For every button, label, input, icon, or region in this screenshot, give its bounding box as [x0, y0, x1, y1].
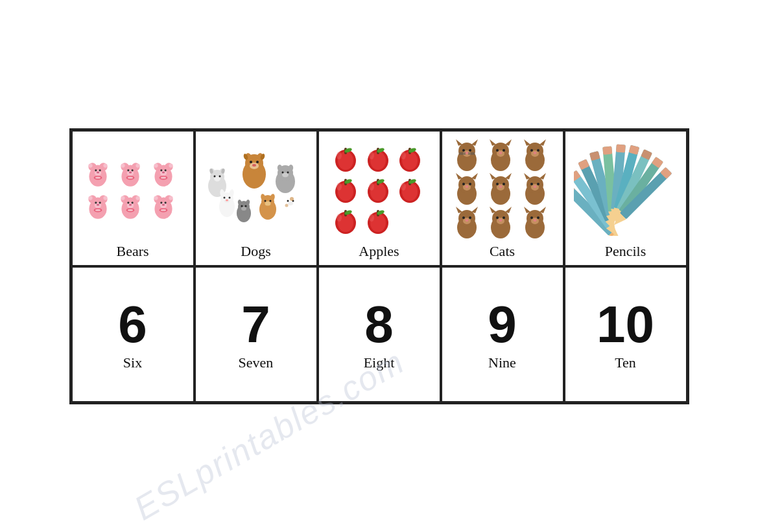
svg-point-144 [290, 197, 294, 201]
number-eight: 8 [364, 299, 394, 351]
card-pencils: Pencils [564, 130, 687, 266]
svg-rect-26 [125, 179, 129, 185]
pencils-label: Pencils [605, 243, 646, 260]
svg-point-85 [169, 196, 172, 200]
svg-rect-284 [602, 146, 612, 155]
svg-point-162 [369, 152, 374, 159]
svg-rect-43 [165, 179, 169, 185]
svg-point-218 [530, 149, 533, 152]
svg-point-8 [99, 169, 101, 171]
svg-point-267 [537, 216, 539, 219]
svg-point-259 [503, 216, 505, 219]
svg-marker-263 [524, 207, 530, 213]
svg-marker-208 [505, 139, 512, 146]
svg-marker-224 [471, 173, 478, 179]
svg-point-127 [224, 197, 226, 199]
svg-point-63 [95, 209, 100, 211]
word-six: Six [123, 354, 142, 371]
svg-point-219 [537, 149, 539, 152]
svg-rect-13 [102, 176, 106, 181]
svg-point-87 [160, 202, 162, 203]
svg-point-7 [95, 169, 97, 171]
svg-point-198 [462, 149, 465, 152]
number-nine: 9 [488, 299, 517, 351]
svg-point-21 [136, 163, 140, 167]
card-ten: 10 Ten [564, 266, 687, 402]
svg-point-37 [169, 163, 172, 167]
svg-point-111 [214, 176, 216, 178]
svg-point-9 [96, 171, 99, 173]
svg-point-228 [466, 185, 469, 188]
svg-point-102 [256, 161, 259, 163]
svg-point-226 [462, 183, 465, 185]
svg-rect-92 [155, 209, 158, 213]
svg-point-24 [132, 169, 134, 171]
svg-point-4 [88, 163, 92, 167]
svg-point-141 [288, 202, 293, 205]
svg-point-242 [530, 183, 533, 185]
svg-point-134 [265, 202, 271, 206]
svg-point-266 [530, 216, 533, 219]
svg-point-95 [161, 209, 166, 211]
svg-point-41 [162, 171, 165, 173]
svg-point-157 [337, 152, 342, 159]
svg-point-136 [270, 200, 272, 202]
svg-point-5 [103, 163, 107, 167]
svg-point-251 [469, 216, 471, 219]
svg-marker-231 [490, 173, 496, 179]
number-seven: 7 [241, 299, 270, 351]
svg-rect-91 [165, 212, 169, 217]
svg-point-79 [128, 209, 133, 211]
svg-rect-90 [158, 212, 161, 217]
svg-point-39 [160, 169, 162, 171]
svg-marker-248 [471, 207, 478, 213]
svg-point-236 [499, 185, 503, 188]
card-seven: 7 Seven [195, 266, 318, 402]
svg-rect-44 [155, 176, 158, 181]
svg-rect-11 [99, 179, 103, 185]
apples-label: Apples [359, 243, 399, 260]
svg-rect-45 [168, 176, 171, 181]
main-grid: Bears [69, 128, 689, 404]
svg-point-220 [533, 152, 536, 154]
svg-point-145 [285, 204, 289, 207]
svg-point-268 [533, 219, 536, 222]
cats-label: Cats [490, 243, 515, 260]
svg-point-234 [496, 183, 499, 185]
svg-rect-287 [615, 145, 625, 153]
svg-point-36 [154, 163, 158, 167]
svg-point-121 [287, 172, 289, 174]
svg-point-187 [337, 214, 342, 222]
svg-marker-247 [456, 207, 462, 213]
svg-rect-76 [123, 209, 126, 213]
svg-point-56 [99, 202, 101, 203]
svg-point-89 [162, 203, 165, 205]
svg-point-235 [503, 183, 505, 185]
svg-point-211 [503, 149, 505, 152]
svg-rect-28 [123, 176, 126, 181]
svg-point-52 [88, 196, 92, 200]
dogs-label: Dogs [241, 243, 270, 260]
svg-point-20 [121, 163, 125, 167]
svg-marker-240 [539, 173, 546, 179]
svg-rect-12 [89, 176, 93, 181]
card-nine: 9 Nine [441, 266, 564, 402]
card-cats: Cats [441, 130, 564, 266]
svg-point-150 [241, 207, 246, 211]
svg-point-167 [401, 152, 406, 159]
svg-point-227 [469, 183, 471, 185]
svg-marker-215 [524, 139, 530, 146]
svg-point-128 [229, 197, 231, 199]
card-apples: Apples [318, 130, 441, 266]
svg-point-72 [132, 202, 134, 203]
svg-point-40 [164, 169, 166, 171]
svg-marker-255 [490, 207, 496, 213]
svg-marker-207 [490, 139, 496, 146]
svg-point-151 [241, 205, 243, 207]
svg-point-73 [129, 203, 132, 205]
card-eight: 8 Eight [318, 266, 441, 402]
svg-rect-74 [125, 212, 129, 217]
svg-point-210 [496, 149, 499, 152]
svg-marker-264 [539, 207, 546, 213]
svg-point-182 [401, 183, 406, 191]
